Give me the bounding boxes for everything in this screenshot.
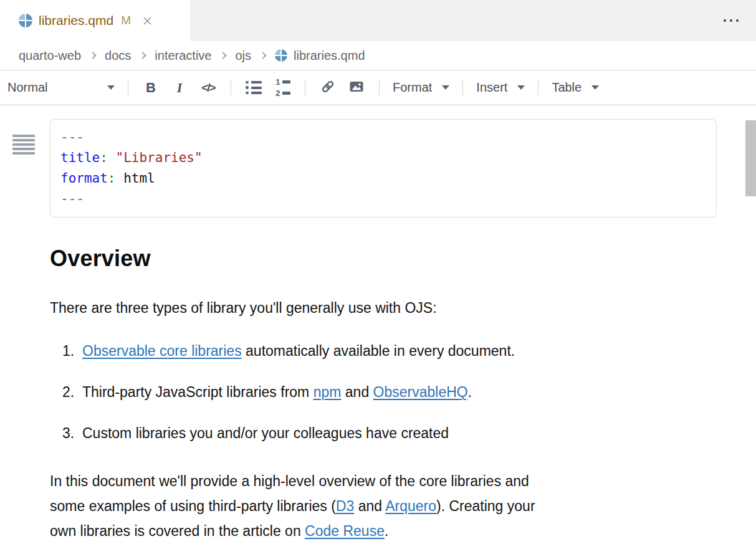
breadcrumb: quarto-web docs interactive ojs librarie… [0, 41, 756, 70]
yaml-line: --- [60, 189, 706, 209]
list-item: 3. Custom libraries you and/or your coll… [50, 424, 717, 442]
text-segment: Third-party JavaScript libraries from [82, 384, 313, 400]
italic-button[interactable]: I [165, 75, 194, 100]
code-icon: </> [201, 81, 214, 95]
more-actions-icon[interactable] [724, 0, 739, 41]
vertical-scrollbar[interactable] [745, 120, 756, 196]
chevron-down-icon [517, 85, 525, 90]
section-heading-overview: Overview [50, 245, 717, 272]
text-segment: and [354, 498, 385, 514]
text-segment: "Libraries" [116, 150, 203, 165]
numbered-list-icon: 1 2 [275, 77, 290, 98]
toolbar-separator [379, 80, 380, 96]
tab-title: libraries.qmd [39, 13, 113, 28]
list-item-text: Third-party JavaScript libraries from np… [82, 383, 472, 401]
quarto-icon [275, 49, 287, 62]
text-segment: --- [60, 130, 84, 145]
text-segment: : [108, 171, 116, 186]
list-item: 1. Observable core libraries automatical… [50, 341, 717, 360]
link-icon [320, 79, 335, 97]
chevron-right-icon [220, 52, 227, 59]
chevron-right-icon [140, 52, 146, 59]
breadcrumb-item-interactive[interactable]: interactive [155, 49, 211, 63]
breadcrumb-item-ojs[interactable]: ojs [235, 49, 251, 63]
image-icon [349, 79, 364, 97]
numbered-list: 1. Observable core libraries automatical… [50, 341, 717, 442]
bold-icon: B [146, 80, 156, 96]
yaml-line: format: html [60, 168, 706, 189]
breadcrumb-item-quarto-web[interactable]: quarto-web [19, 49, 81, 63]
text-segment: . [385, 523, 388, 539]
tab-bar: libraries.qmd M [0, 0, 756, 41]
yaml-front-matter-block[interactable]: --- title: "Libraries" format: html --- [50, 119, 717, 217]
text-segment: and [341, 384, 373, 400]
list-item-text: Observable core libraries automatically … [82, 341, 515, 360]
yaml-line: --- [60, 127, 706, 148]
text-segment: : [100, 150, 108, 165]
editor-canvas[interactable]: --- title: "Libraries" format: html --- … [0, 119, 756, 554]
text-segment: Custom libraries you and/or your colleag… [82, 425, 449, 441]
chevron-down-icon [442, 85, 449, 90]
list-item-marker: 2. [62, 383, 82, 401]
bulleted-list-icon [246, 81, 262, 95]
toolbar-separator [128, 80, 128, 96]
toolbar-separator [305, 80, 305, 96]
formatting-toolbar: Normal B I </> 1 2 [0, 70, 756, 105]
format-menu[interactable]: Format [388, 75, 454, 100]
chevron-right-icon [259, 52, 266, 59]
toolbar-separator [231, 80, 231, 96]
paragraph-style-select[interactable]: Normal [7, 80, 120, 95]
link[interactable]: ObservableHQ [373, 384, 468, 400]
text-segment: own libraries is covered in the article … [50, 523, 305, 539]
link-button[interactable] [313, 75, 342, 100]
insert-menu[interactable]: Insert [471, 75, 530, 100]
insert-menu-label: Insert [476, 80, 507, 95]
breadcrumb-item-file[interactable]: libraries.qmd [275, 49, 365, 63]
toolbar-separator [462, 80, 463, 96]
link[interactable]: D3 [336, 498, 354, 514]
table-menu-label: Table [552, 80, 581, 95]
link[interactable]: npm [313, 384, 342, 400]
italic-icon: I [177, 80, 183, 96]
chevron-down-icon [591, 85, 599, 90]
close-icon[interactable] [141, 14, 153, 27]
table-menu[interactable]: Table [547, 75, 604, 100]
closing-paragraph: In this document we'll provide a high-le… [50, 469, 717, 543]
image-button[interactable] [342, 75, 371, 100]
text-segment: some examples of using third-party libra… [50, 498, 336, 514]
list-item: 2. Third-party JavaScript libraries from… [50, 383, 717, 401]
bulleted-list-button[interactable] [239, 75, 268, 100]
link[interactable]: Observable core libraries [82, 343, 242, 359]
chevron-right-icon [89, 52, 96, 59]
text-segment: html [123, 171, 155, 186]
yaml-line: title: "Libraries" [60, 148, 706, 168]
text-segment: --- [60, 191, 84, 206]
tab-libraries-qmd[interactable]: libraries.qmd M [0, 0, 190, 41]
text-segment: automatically available in every documen… [242, 343, 515, 359]
text-segment: In this document we'll provide a high-le… [50, 473, 529, 489]
text-segment [116, 171, 124, 186]
text-segment: format [60, 171, 108, 186]
numbered-list-button[interactable]: 1 2 [268, 75, 297, 100]
quarto-icon [19, 14, 32, 27]
breadcrumb-file-label: libraries.qmd [294, 49, 365, 63]
link[interactable]: Code Reuse [305, 523, 385, 539]
list-item-marker: 1. [62, 341, 82, 360]
text-segment: ). Creating your [436, 498, 535, 514]
list-item-marker: 3. [62, 424, 82, 442]
text-segment: title [60, 150, 100, 165]
intro-paragraph: There are three types of library you'll … [50, 298, 717, 317]
bold-button[interactable]: B [136, 75, 165, 100]
format-menu-label: Format [393, 80, 432, 95]
text-segment: . [468, 384, 472, 400]
link[interactable]: Arquero [385, 498, 436, 514]
code-button[interactable]: </> [194, 75, 222, 100]
block-handle-icon[interactable] [12, 135, 35, 155]
list-item-text: Custom libraries you and/or your colleag… [82, 424, 449, 442]
text-segment [108, 150, 116, 165]
text-segment: There are three types of library you'll … [50, 300, 437, 316]
modified-badge: M [121, 14, 131, 27]
chevron-down-icon [107, 85, 115, 90]
paragraph-style-value: Normal [7, 80, 47, 95]
breadcrumb-item-docs[interactable]: docs [105, 49, 131, 63]
